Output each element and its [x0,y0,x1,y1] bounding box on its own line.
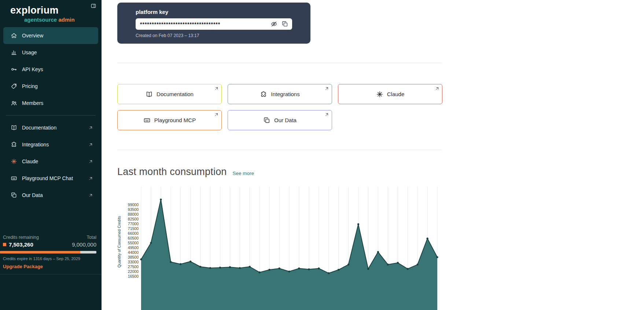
tag-icon [11,83,17,90]
svg-text:88000: 88000 [128,212,139,216]
sidebar-item-usage[interactable]: Usage [3,44,98,61]
sidebar-item-label: Members [22,100,43,106]
sidebar-item-label: Our Data [22,192,43,198]
logo-mode: admin [58,17,74,23]
sidebar-item-pricing[interactable]: Pricing [3,78,98,95]
svg-text:38500: 38500 [128,255,139,259]
platform-key-input[interactable]: ********************************** [136,18,292,30]
sidebar-item-label: API Keys [22,66,43,72]
credits-summary: Credits remaining Total 7,503,260 9,000,… [0,235,102,270]
svg-text:16500: 16500 [128,274,139,278]
keyboard-icon [143,117,151,124]
svg-text:44000: 44000 [128,250,139,255]
sidebar-item-label: Documentation [22,125,56,131]
logo-product: agentsource [24,17,57,23]
card-label: Claude [387,91,405,97]
sidebar-item-label: Usage [22,50,37,55]
card-label: Documentation [157,91,194,97]
svg-text:71500: 71500 [128,226,139,231]
sidebar-item-our-data[interactable]: Our Data [3,187,98,204]
svg-text:27500: 27500 [128,265,139,269]
logo-subtitle: agentsource admin [24,17,102,23]
card-label: Playground MCP [154,117,196,123]
sidebar-item-integrations[interactable]: Integrations [3,136,98,153]
consumption-header: Last month consumption See more [117,166,644,178]
copy-icon [11,192,17,198]
platform-key-masked-value: ********************************** [140,21,266,27]
external-link-icon [88,176,93,181]
divider [117,150,442,150]
sidebar-item-label: Playground MCP Chat [22,175,73,181]
sidebar-item-label: Overview [22,33,43,39]
arrow-up-right-icon [324,112,329,117]
integrations-card[interactable]: Integrations [228,84,332,104]
members-icon [11,100,17,106]
credits-remaining-label: Credits remaining [3,235,39,240]
collapse-sidebar-icon[interactable] [90,2,97,11]
external-nav: Documentation Integrations Claude Playgr… [0,119,102,204]
card-label: Our Data [274,117,297,123]
external-link-icon [88,142,93,147]
book-icon [146,91,153,98]
credits-progress-bar [0,251,96,254]
arrow-up-right-icon [435,86,439,91]
svg-text:77000: 77000 [128,222,139,226]
sidebar: explorium agentsource admin Overview Usa… [0,0,102,310]
sidebar-item-documentation[interactable]: Documentation [3,119,98,136]
sidebar-item-api-keys[interactable]: API Keys [3,61,98,78]
keyboard-icon [11,175,17,182]
credits-expiry-text: Credits expire in 1316 days – Sep 25, 20… [3,256,96,261]
quick-links-grid: Documentation Integrations Claude Playgr… [117,84,442,130]
sidebar-item-overview[interactable]: Overview [3,27,98,44]
sidebar-item-members[interactable]: Members [3,95,98,112]
credits-total-value: 9,000,000 [72,241,96,248]
card-label: Integrations [271,91,299,97]
bar-chart-icon [11,49,17,56]
sidebar-bottom-spacer [0,274,102,310]
svg-text:55000: 55000 [128,241,139,245]
arrow-up-right-icon [214,112,219,117]
see-more-link[interactable]: See more [233,171,254,176]
book-icon [11,124,17,131]
playground-mcp-card[interactable]: Playground MCP [117,110,222,130]
logo-brand: explorium [10,5,102,16]
arrow-up-right-icon [214,86,219,91]
our-data-card[interactable]: Our Data [228,110,332,130]
claude-icon [376,91,383,98]
external-link-icon [88,125,93,130]
consumption-chart: 9900093500880008250077000715006600060500… [117,187,441,310]
platform-key-title: platform key [136,9,292,15]
key-icon [11,66,17,73]
copy-icon[interactable] [281,21,288,28]
svg-text:82500: 82500 [128,217,139,221]
primary-nav: Overview Usage API Keys Pricing Members [0,27,102,112]
documentation-card[interactable]: Documentation [117,84,222,104]
svg-text:49500: 49500 [128,245,139,250]
eye-off-icon[interactable] [271,21,277,28]
puzzle-icon [11,141,17,148]
platform-key-card: platform key ***************************… [117,3,310,44]
home-icon [11,32,17,39]
sidebar-item-label: Integrations [22,142,49,147]
svg-text:66000: 66000 [128,231,139,236]
claude-icon [11,158,17,165]
claude-card[interactable]: Claude [338,84,442,104]
sidebar-item-claude[interactable]: Claude [3,153,98,170]
svg-text:33000: 33000 [128,260,139,264]
main-content: platform key ***************************… [102,0,644,310]
credits-total-label: Total [87,235,96,240]
sidebar-item-label: Claude [22,158,38,164]
logo: explorium agentsource admin [0,0,102,27]
svg-text:60500: 60500 [128,236,139,240]
divider [117,63,442,63]
upgrade-package-link[interactable]: Upgrade Package [3,264,43,269]
sidebar-item-playground-mcp-chat[interactable]: Playground MCP Chat [3,170,98,187]
svg-text:99000: 99000 [128,203,139,207]
credits-progress-fill [0,251,80,254]
sidebar-item-label: Pricing [22,83,38,89]
svg-text:Quantity of Consumed Credits: Quantity of Consumed Credits [117,216,121,268]
external-link-icon [88,159,93,164]
svg-text:93500: 93500 [128,207,139,212]
consumption-title: Last month consumption [117,166,227,178]
arrow-up-right-icon [324,86,329,91]
